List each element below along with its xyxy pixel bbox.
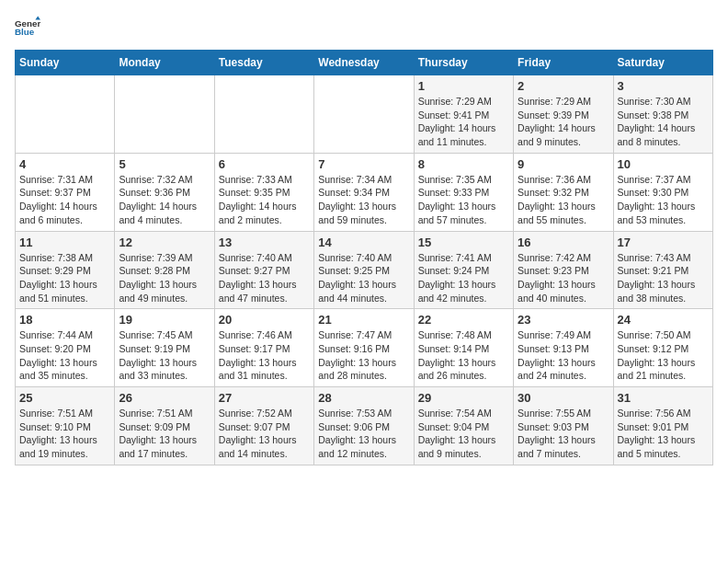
calendar-cell: 31Sunrise: 7:56 AM Sunset: 9:01 PM Dayli… (613, 387, 712, 465)
calendar-cell: 12Sunrise: 7:39 AM Sunset: 9:28 PM Dayli… (115, 231, 214, 309)
calendar-week-5: 25Sunrise: 7:51 AM Sunset: 9:10 PM Dayli… (16, 387, 713, 465)
day-number: 13 (219, 236, 310, 249)
calendar-cell: 28Sunrise: 7:53 AM Sunset: 9:06 PM Dayli… (314, 387, 414, 465)
day-info: Sunrise: 7:50 AM Sunset: 9:12 PM Dayligh… (618, 328, 709, 383)
day-info: Sunrise: 7:46 AM Sunset: 9:17 PM Dayligh… (219, 328, 310, 383)
calendar-cell: 14Sunrise: 7:40 AM Sunset: 9:25 PM Dayli… (314, 231, 414, 309)
calendar-week-1: 1Sunrise: 7:29 AM Sunset: 9:41 PM Daylig… (16, 75, 713, 154)
calendar-cell (314, 75, 414, 154)
day-info: Sunrise: 7:40 AM Sunset: 9:25 PM Dayligh… (318, 251, 409, 305)
day-info: Sunrise: 7:53 AM Sunset: 9:06 PM Dayligh… (318, 407, 409, 461)
header-row: SundayMondayTuesdayWednesdayThursdayFrid… (16, 51, 713, 75)
day-number: 4 (19, 157, 110, 171)
day-number: 21 (318, 313, 409, 327)
calendar-week-4: 18Sunrise: 7:44 AM Sunset: 9:20 PM Dayli… (16, 309, 713, 387)
calendar-cell: 15Sunrise: 7:41 AM Sunset: 9:24 PM Dayli… (414, 231, 513, 309)
calendar-cell: 3Sunrise: 7:30 AM Sunset: 9:38 PM Daylig… (613, 75, 712, 154)
day-number: 31 (618, 391, 709, 405)
day-info: Sunrise: 7:44 AM Sunset: 9:20 PM Dayligh… (19, 328, 110, 383)
day-info: Sunrise: 7:51 AM Sunset: 9:09 PM Dayligh… (119, 407, 210, 461)
header: General Blue (15, 15, 713, 40)
day-number: 27 (219, 391, 310, 405)
day-header-friday: Friday (514, 51, 613, 75)
day-info: Sunrise: 7:47 AM Sunset: 9:16 PM Dayligh… (318, 328, 409, 383)
calendar-cell: 26Sunrise: 7:51 AM Sunset: 9:09 PM Dayli… (115, 387, 214, 465)
calendar-cell: 24Sunrise: 7:50 AM Sunset: 9:12 PM Dayli… (613, 309, 712, 387)
day-info: Sunrise: 7:52 AM Sunset: 9:07 PM Dayligh… (219, 407, 310, 461)
day-info: Sunrise: 7:29 AM Sunset: 9:41 PM Dayligh… (418, 95, 509, 149)
calendar-week-2: 4Sunrise: 7:31 AM Sunset: 9:37 PM Daylig… (16, 153, 713, 231)
calendar-cell: 20Sunrise: 7:46 AM Sunset: 9:17 PM Dayli… (214, 309, 313, 387)
calendar-cell (214, 75, 313, 154)
day-header-sunday: Sunday (16, 51, 115, 75)
calendar-cell: 2Sunrise: 7:29 AM Sunset: 9:39 PM Daylig… (514, 75, 613, 154)
day-number: 8 (418, 157, 509, 171)
day-info: Sunrise: 7:48 AM Sunset: 9:14 PM Dayligh… (418, 328, 509, 383)
day-header-saturday: Saturday (613, 51, 712, 75)
day-info: Sunrise: 7:37 AM Sunset: 9:30 PM Dayligh… (618, 173, 709, 227)
day-number: 28 (318, 391, 409, 405)
calendar-cell: 17Sunrise: 7:43 AM Sunset: 9:21 PM Dayli… (613, 231, 712, 309)
calendar-cell: 19Sunrise: 7:45 AM Sunset: 9:19 PM Dayli… (115, 309, 214, 387)
calendar-cell: 29Sunrise: 7:54 AM Sunset: 9:04 PM Dayli… (414, 387, 513, 465)
calendar-body: 1Sunrise: 7:29 AM Sunset: 9:41 PM Daylig… (16, 75, 713, 465)
day-number: 3 (618, 79, 709, 93)
calendar-cell: 4Sunrise: 7:31 AM Sunset: 9:37 PM Daylig… (16, 153, 115, 231)
day-info: Sunrise: 7:51 AM Sunset: 9:10 PM Dayligh… (19, 407, 110, 461)
calendar-cell: 8Sunrise: 7:35 AM Sunset: 9:33 PM Daylig… (414, 153, 513, 231)
day-info: Sunrise: 7:34 AM Sunset: 9:34 PM Dayligh… (318, 173, 409, 227)
svg-text:Blue: Blue (15, 27, 35, 37)
calendar-cell (16, 75, 115, 154)
logo-icon: General Blue (15, 15, 40, 40)
day-number: 9 (518, 157, 609, 171)
calendar-cell: 5Sunrise: 7:32 AM Sunset: 9:36 PM Daylig… (115, 153, 214, 231)
day-header-tuesday: Tuesday (214, 51, 313, 75)
day-number: 12 (119, 236, 210, 249)
day-info: Sunrise: 7:35 AM Sunset: 9:33 PM Dayligh… (418, 173, 509, 227)
calendar-cell: 27Sunrise: 7:52 AM Sunset: 9:07 PM Dayli… (214, 387, 313, 465)
day-info: Sunrise: 7:32 AM Sunset: 9:36 PM Dayligh… (119, 173, 210, 227)
day-number: 2 (518, 79, 609, 93)
day-info: Sunrise: 7:45 AM Sunset: 9:19 PM Dayligh… (119, 328, 210, 383)
calendar-header: SundayMondayTuesdayWednesdayThursdayFrid… (16, 51, 713, 75)
day-number: 16 (518, 236, 609, 249)
day-info: Sunrise: 7:54 AM Sunset: 9:04 PM Dayligh… (418, 407, 509, 461)
day-number: 11 (19, 236, 110, 249)
day-number: 5 (119, 157, 210, 171)
calendar-cell (115, 75, 214, 154)
day-number: 15 (418, 236, 509, 249)
calendar-cell: 23Sunrise: 7:49 AM Sunset: 9:13 PM Dayli… (514, 309, 613, 387)
calendar-cell: 1Sunrise: 7:29 AM Sunset: 9:41 PM Daylig… (414, 75, 513, 154)
day-info: Sunrise: 7:31 AM Sunset: 9:37 PM Dayligh… (19, 173, 110, 227)
day-number: 25 (19, 391, 110, 405)
calendar-cell: 16Sunrise: 7:42 AM Sunset: 9:23 PM Dayli… (514, 231, 613, 309)
day-info: Sunrise: 7:40 AM Sunset: 9:27 PM Dayligh… (219, 251, 310, 305)
calendar-cell: 10Sunrise: 7:37 AM Sunset: 9:30 PM Dayli… (613, 153, 712, 231)
day-header-thursday: Thursday (414, 51, 513, 75)
calendar-table: SundayMondayTuesdayWednesdayThursdayFrid… (15, 50, 713, 465)
day-info: Sunrise: 7:56 AM Sunset: 9:01 PM Dayligh… (618, 407, 709, 461)
day-number: 20 (219, 313, 310, 327)
day-number: 1 (418, 79, 509, 93)
calendar-cell: 11Sunrise: 7:38 AM Sunset: 9:29 PM Dayli… (16, 231, 115, 309)
day-number: 26 (119, 391, 210, 405)
day-number: 14 (318, 236, 409, 249)
day-number: 17 (618, 236, 709, 249)
day-info: Sunrise: 7:49 AM Sunset: 9:13 PM Dayligh… (518, 328, 609, 383)
day-header-wednesday: Wednesday (314, 51, 414, 75)
day-number: 23 (518, 313, 609, 327)
calendar-cell: 13Sunrise: 7:40 AM Sunset: 9:27 PM Dayli… (214, 231, 313, 309)
day-header-monday: Monday (115, 51, 214, 75)
calendar-cell: 25Sunrise: 7:51 AM Sunset: 9:10 PM Dayli… (16, 387, 115, 465)
day-number: 24 (618, 313, 709, 327)
day-info: Sunrise: 7:42 AM Sunset: 9:23 PM Dayligh… (518, 251, 609, 305)
day-number: 7 (318, 157, 409, 171)
day-info: Sunrise: 7:55 AM Sunset: 9:03 PM Dayligh… (518, 407, 609, 461)
day-number: 19 (119, 313, 210, 327)
calendar-cell: 18Sunrise: 7:44 AM Sunset: 9:20 PM Dayli… (16, 309, 115, 387)
calendar-cell: 7Sunrise: 7:34 AM Sunset: 9:34 PM Daylig… (314, 153, 414, 231)
day-number: 29 (418, 391, 509, 405)
day-info: Sunrise: 7:38 AM Sunset: 9:29 PM Dayligh… (19, 251, 110, 305)
calendar-cell: 9Sunrise: 7:36 AM Sunset: 9:32 PM Daylig… (514, 153, 613, 231)
day-number: 10 (618, 157, 709, 171)
